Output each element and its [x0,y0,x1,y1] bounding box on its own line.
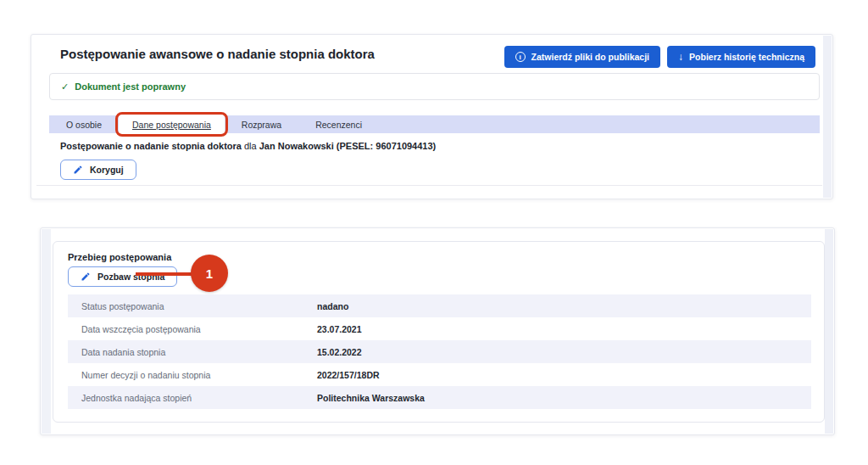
table-row: Data wszczęcia postępowania 23.07.2021 [68,317,811,340]
download-technical-history-button[interactable]: ↓ Pobierz historię techniczną [667,46,815,68]
document-valid-banner: ✓ Dokument jest poprawny [49,73,820,100]
row-label: Status postępowania [81,301,317,311]
table-row: Numer decyzji o nadaniu stopnia 2022/157… [68,363,811,386]
subject-part1: Postępowanie o nadanie [60,141,169,151]
table-row: Data nadania stopnia 15.02.2022 [68,340,811,363]
approve-publication-files-button[interactable]: i Zatwierdź pliki do publikacji [504,46,660,68]
tab-bar: O osobie Dane postępowania Rozprawa Rece… [49,115,820,133]
annotation-step-number: 1 [206,266,213,281]
panel-scroll-gutter [825,229,833,434]
proceeding-header-panel: Postępowanie awansowe o nadanie stopnia … [31,34,833,199]
pencil-icon [81,272,91,282]
pencil-icon [73,165,83,175]
table-row: Status postępowania nadano [68,294,811,317]
tab-dane-postepowania[interactable]: Dane postępowania [119,115,225,133]
section-title: Przebieg postępowania [68,252,171,262]
document-valid-message: Dokument jest poprawny [75,81,186,92]
row-value: 2022/157/18DR [317,370,380,380]
download-icon: ↓ [678,52,683,62]
check-icon: ✓ [61,81,69,92]
download-technical-history-label: Pobierz historię techniczną [689,52,804,62]
row-label: Numer decyzji o nadaniu stopnia [81,370,317,380]
annotation-connector-line [136,272,192,276]
proceeding-details-panel: Przebieg postępowania Pozbaw stopnia Sta… [40,227,835,435]
row-label: Jednostka nadająca stopień [81,393,317,403]
pozbaw-stopnia-button[interactable]: Pozbaw stopnia [68,266,177,287]
row-label: Data nadania stopnia [81,347,317,357]
koryguj-button[interactable]: Koryguj [60,160,136,180]
table-row: Jednostka nadająca stopień Politechnika … [68,386,811,409]
row-value: nadano [317,301,348,311]
proceeding-course-card: Przebieg postępowania Pozbaw stopnia Sta… [53,241,825,423]
row-label: Data wszczęcia postępowania [81,324,317,334]
panel-divider [36,185,822,186]
panel-left-gutter [42,229,51,434]
tab-recenzenci[interactable]: Recenzenci [298,115,379,133]
annotation-step-badge: 1 [191,255,228,292]
approve-publication-files-label: Zatwierdź pliki do publikacji [531,52,649,62]
row-value: 23.07.2021 [317,324,362,334]
tab-rozprawa[interactable]: Rozprawa [225,115,298,133]
proceeding-details-table: Status postępowania nadano Data wszczęci… [68,294,811,409]
proceeding-subject-line: Postępowanie o nadanie stopnia doktora d… [60,141,436,151]
row-value: 15.02.2022 [317,347,362,357]
subject-connector: dla [244,141,257,151]
header-action-buttons: i Zatwierdź pliki do publikacji ↓ Pobier… [504,46,815,68]
subject-degree: stopnia doktora [171,141,242,151]
page-title: Postępowanie awansowe o nadanie stopnia … [60,47,375,61]
tab-o-osobie[interactable]: O osobie [49,115,119,133]
tab-dane-postepowania-label: Dane postępowania [132,120,211,130]
info-circle-icon: i [515,52,526,62]
row-value: Politechnika Warszawska [317,393,425,403]
subject-person: Jan Nowakowski (PESEL: 96071094413) [259,141,437,151]
panel-scroll-gutter [823,36,832,198]
koryguj-label: Koryguj [90,165,124,175]
